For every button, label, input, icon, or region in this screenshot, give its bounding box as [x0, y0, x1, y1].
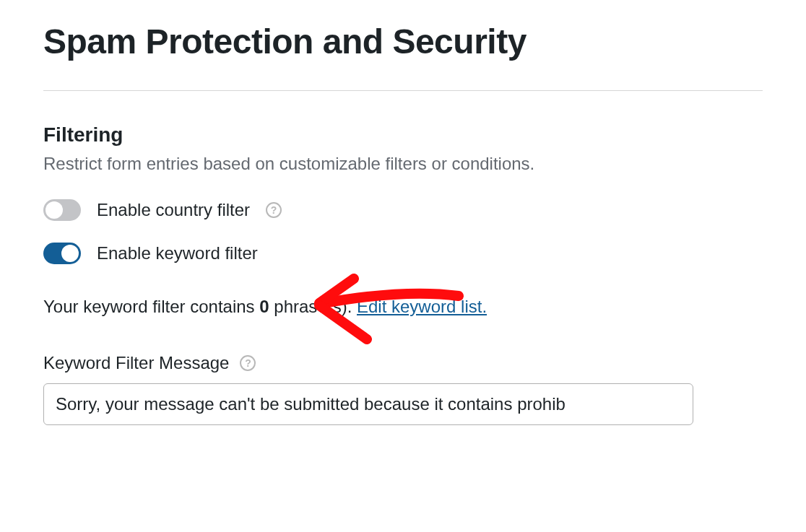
help-icon[interactable]: ?: [240, 355, 256, 371]
keyword-filter-message-label: Keyword Filter Message: [43, 353, 229, 373]
status-suffix: phrase(s).: [269, 297, 357, 316]
keyword-filter-message-label-row: Keyword Filter Message ?: [43, 353, 763, 373]
edit-keyword-list-link[interactable]: Edit keyword list.: [357, 297, 487, 316]
keyword-filter-label: Enable keyword filter: [97, 243, 258, 263]
toggle-knob: [61, 245, 79, 262]
country-filter-toggle[interactable]: [43, 199, 81, 221]
divider: [43, 90, 763, 91]
country-filter-label: Enable country filter: [97, 200, 250, 220]
page-title: Spam Protection and Security: [43, 22, 763, 61]
status-prefix: Your keyword filter contains: [43, 297, 259, 316]
keyword-filter-message-input[interactable]: [43, 383, 693, 425]
keyword-filter-status: Your keyword filter contains 0 phrase(s)…: [43, 297, 763, 317]
toggle-knob: [46, 201, 63, 219]
keyword-filter-row: Enable keyword filter: [43, 243, 763, 264]
filtering-section-title: Filtering: [43, 123, 763, 147]
filtering-section-desc: Restrict form entries based on customiza…: [43, 154, 763, 174]
help-icon[interactable]: ?: [266, 202, 282, 218]
country-filter-row: Enable country filter ?: [43, 199, 763, 221]
keyword-filter-toggle[interactable]: [43, 243, 81, 264]
keyword-count: 0: [259, 297, 269, 316]
